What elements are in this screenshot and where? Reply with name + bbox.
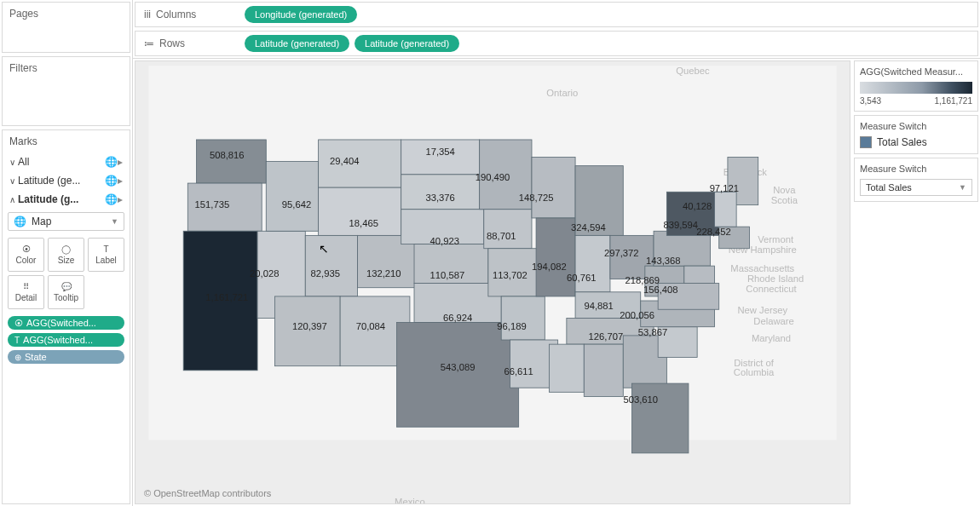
state-value-label: 120,397 xyxy=(292,321,327,331)
map-icon: 🌐 xyxy=(14,216,26,227)
state-arizona[interactable] xyxy=(275,296,341,366)
map-viz[interactable]: OntarioQuebecNewBrunswickNovaScotiaVermo… xyxy=(135,60,850,504)
state-value-label: 60,761 xyxy=(567,273,596,283)
state-value-label: 126,707 xyxy=(589,331,624,342)
state-maryland[interactable] xyxy=(684,266,715,283)
color-legend-card[interactable]: AGG(Switched Measur... 3,5431,161,721 xyxy=(854,60,978,112)
measure-switch-parameter: Measure Switch Total Sales▼ xyxy=(854,158,978,202)
mark-type-dropdown[interactable]: 🌐 Map ▼ xyxy=(8,212,124,231)
columns-label: Columns xyxy=(156,9,196,20)
filters-title: Filters xyxy=(3,57,130,79)
state-value-label: 20,028 xyxy=(250,268,279,279)
state-value-label: 143,368 xyxy=(646,256,681,266)
state-new-hampshire[interactable] xyxy=(715,192,737,227)
legend-max: 1,161,721 xyxy=(935,96,973,106)
state-alabama[interactable] xyxy=(584,344,623,396)
state-wisconsin[interactable] xyxy=(532,157,575,218)
shelf-pill[interactable]: Latitude (generated) xyxy=(355,35,459,52)
state-texas[interactable] xyxy=(397,323,519,428)
state-washington[interactable] xyxy=(197,140,267,183)
caret-icon: ∧ xyxy=(9,195,18,204)
marks-color-button[interactable]: ⦿Color xyxy=(8,238,44,272)
state-north-dakota[interactable] xyxy=(401,140,480,175)
marks-tooltip-button[interactable]: 💬Tooltip xyxy=(48,275,84,309)
state-arkansas[interactable] xyxy=(501,296,545,340)
measure-switch-legend[interactable]: Measure Switch Total Sales xyxy=(854,115,978,154)
shelf-pill[interactable]: Latitude (generated) xyxy=(245,35,349,52)
basemap-label: Delaware xyxy=(753,316,793,326)
state-value-label: 95,642 xyxy=(282,199,311,210)
mark-type-label: Map xyxy=(32,216,51,227)
state-value-label: 82,935 xyxy=(311,268,340,279)
state-value-label: 96,189 xyxy=(497,321,526,331)
state-iowa[interactable] xyxy=(484,210,532,249)
geo-role-icon[interactable]: 🌐▸ xyxy=(105,175,123,187)
pill-label: AGG(Switched... xyxy=(26,318,96,328)
layer-label: Latitude (ge... xyxy=(18,175,105,187)
label-icon: T xyxy=(103,244,108,254)
caret-icon: ∨ xyxy=(9,158,18,167)
marks-pill[interactable]: TAGG(Switched... xyxy=(8,333,124,347)
state-value-label: 148,725 xyxy=(519,193,554,203)
measure-switch-dropdown[interactable]: Total Sales▼ xyxy=(860,179,972,196)
basemap-label: District of xyxy=(734,358,775,368)
state-value-label: 508,816 xyxy=(210,150,245,160)
state-value-label: 218,869 xyxy=(625,275,660,285)
columns-shelf[interactable]: iiiColumns Longitude (generated) xyxy=(135,2,978,27)
marks-size-button[interactable]: ◯Size xyxy=(48,238,84,272)
tooltip-icon: 💬 xyxy=(61,282,72,291)
rows-label: Rows xyxy=(159,37,185,49)
state-value-label: 18,465 xyxy=(349,218,378,228)
marks-layer-row[interactable]: ∨All🌐▸ xyxy=(3,152,130,171)
state-value-label: 70,084 xyxy=(356,321,385,331)
marks-layer-row[interactable]: ∧Latitude (g...🌐▸ xyxy=(3,190,130,209)
basemap-label: Ontario xyxy=(546,88,578,98)
state-utah[interactable] xyxy=(305,235,357,296)
layer-label: All xyxy=(18,156,105,168)
filters-panel[interactable]: Filters xyxy=(2,56,130,126)
basemap-label: Scotia xyxy=(771,195,798,205)
legend-title: AGG(Switched Measur... xyxy=(860,66,972,77)
pill-label: AGG(Switched... xyxy=(23,335,93,345)
pill-icon: ⊕ xyxy=(14,353,21,362)
state-idaho[interactable] xyxy=(266,162,318,232)
geo-role-icon[interactable]: 🌐▸ xyxy=(105,156,123,168)
state-value-label: 94,881 xyxy=(584,301,613,311)
marks-pill[interactable]: ⊕State xyxy=(8,350,124,364)
state-value-label: 97,121 xyxy=(710,183,739,193)
state-value-label: 156,408 xyxy=(643,285,678,295)
state-value-label: 66,924 xyxy=(443,313,472,323)
pages-panel[interactable]: Pages xyxy=(2,2,130,53)
marks-layer-row[interactable]: ∨Latitude (ge...🌐▸ xyxy=(3,171,130,190)
state-value-label: 33,376 xyxy=(425,193,454,203)
state-value-label: 839,594 xyxy=(663,220,698,230)
pill-icon: T xyxy=(14,336,20,345)
size-icon: ◯ xyxy=(61,244,71,254)
shelf-pill[interactable]: Longitude (generated) xyxy=(245,6,357,23)
geo-role-icon[interactable]: 🌐▸ xyxy=(105,193,123,205)
state-indiana[interactable] xyxy=(575,235,610,291)
pages-title: Pages xyxy=(3,3,130,25)
swatch-icon xyxy=(860,136,872,148)
state-value-label: 503,610 xyxy=(623,394,658,405)
chevron-down-icon: ▼ xyxy=(111,217,118,226)
state-value-label: 110,587 xyxy=(430,270,465,280)
state-value-label: 151,735 xyxy=(195,199,230,210)
cursor-icon: ↖ xyxy=(319,242,329,256)
state-mississippi[interactable] xyxy=(549,344,584,392)
map-attribution: © OpenStreetMap contributors xyxy=(144,488,271,498)
detail-icon: ⠿ xyxy=(23,282,29,291)
ms-legend-title: Measure Switch xyxy=(860,121,972,131)
color-icon: ⦿ xyxy=(22,244,31,254)
marks-label-button[interactable]: TLabel xyxy=(88,238,124,272)
state-illinois[interactable] xyxy=(536,218,575,296)
marks-pill[interactable]: ⦿AGG(Switched... xyxy=(8,316,124,330)
state-value-label: 113,702 xyxy=(493,270,527,280)
state-value-label: 543,089 xyxy=(441,362,476,372)
basemap-label: Quebec xyxy=(676,66,710,76)
marks-detail-button[interactable]: ⠿Detail xyxy=(8,275,44,309)
state-value-label: 297,372 xyxy=(604,248,639,258)
rows-shelf[interactable]: ≔Rows Latitude (generated)Latitude (gene… xyxy=(135,31,978,56)
state-value-label: 88,701 xyxy=(487,231,516,241)
ms-legend-value: Total Sales xyxy=(877,136,927,148)
